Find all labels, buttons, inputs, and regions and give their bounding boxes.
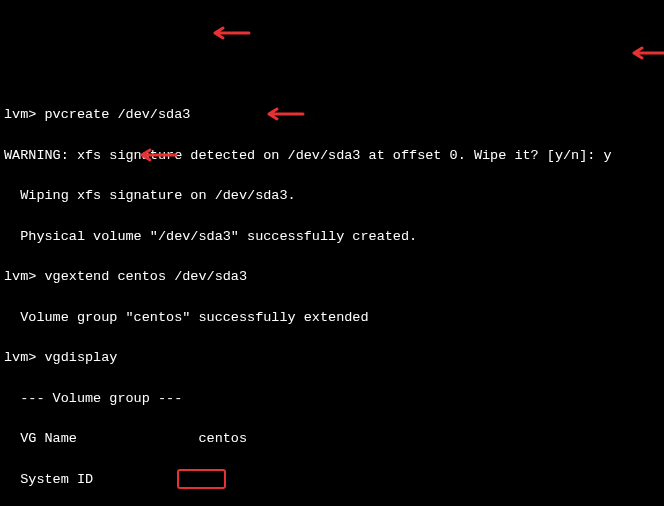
cmd-vgextend[interactable]: vgextend centos /dev/sda3 xyxy=(45,269,248,284)
cmd-vgdisplay[interactable]: vgdisplay xyxy=(45,350,118,365)
line-vg-name: VG Name centos xyxy=(4,429,660,449)
line-pvcreate: lvm> pvcreate /dev/sda3 xyxy=(4,105,660,125)
line-pv-created: Physical volume "/dev/sda3" successfully… xyxy=(4,227,660,247)
line-wipe: Wiping xfs signature on /dev/sda3. xyxy=(4,186,660,206)
line-vgdisplay: lvm> vgdisplay xyxy=(4,348,660,368)
line-vg-header: --- Volume group --- xyxy=(4,389,660,409)
terminal-output: lvm> pvcreate /dev/sda3 WARNING: xfs sig… xyxy=(4,85,660,506)
input-yn[interactable]: y xyxy=(604,148,612,163)
prompt: lvm> xyxy=(4,269,45,284)
line-vgextend: lvm> vgextend centos /dev/sda3 xyxy=(4,267,660,287)
arrow-annotation-icon xyxy=(193,5,249,49)
arrow-annotation-icon xyxy=(612,25,664,69)
line-vg-extended: Volume group "centos" successfully exten… xyxy=(4,308,660,328)
line-system-id: System ID xyxy=(4,470,660,490)
prompt: lvm> xyxy=(4,350,45,365)
line-warning: WARNING: xfs signature detected on /dev/… xyxy=(4,146,660,166)
prompt: lvm> xyxy=(4,107,45,122)
cmd-pvcreate[interactable]: pvcreate /dev/sda3 xyxy=(45,107,191,122)
